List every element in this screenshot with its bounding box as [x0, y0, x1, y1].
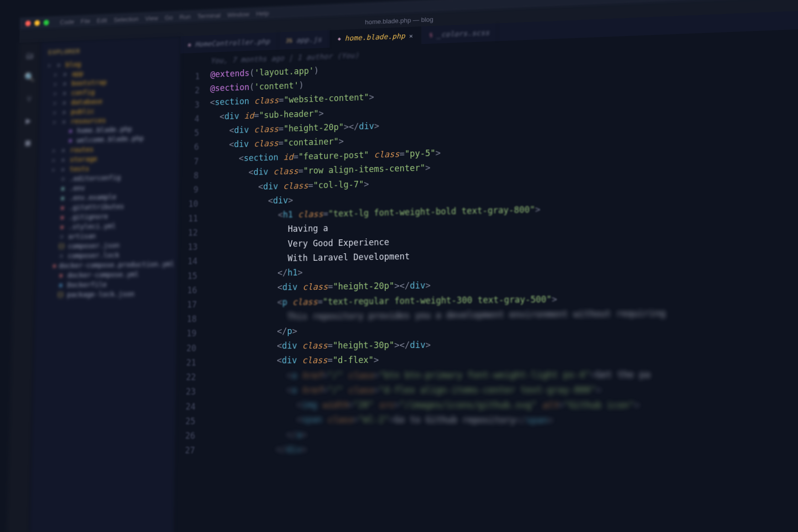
chevron-right-icon: ▸: [54, 81, 58, 87]
chevron-right-icon: ▸: [52, 157, 57, 163]
chevron-right-icon: ▸: [48, 62, 52, 68]
php-file-icon: ◆: [188, 41, 191, 48]
file-label: .env.example: [69, 193, 116, 202]
close-window-icon[interactable]: [25, 20, 31, 26]
file-label: package-lock.json: [67, 290, 135, 298]
file-label: app: [72, 70, 84, 78]
file-item[interactable]: {}package-lock.json: [39, 289, 173, 300]
menu-item[interactable]: Code: [60, 18, 74, 25]
file-tree: ▸▸blog▸▸app▸▸bootstrap▸▸config▸▸database…: [39, 55, 177, 300]
explorer-icon[interactable]: 🗂: [24, 49, 36, 61]
tab-label: app.js: [296, 35, 322, 44]
yml-file-icon: ◆: [58, 223, 66, 230]
chevron-right-icon: ▸: [52, 147, 57, 154]
chevron-right-icon: ▸: [54, 90, 58, 97]
file-label: .styleci.yml: [68, 222, 116, 230]
menu-item[interactable]: View: [145, 14, 158, 22]
menu-item[interactable]: Terminal: [198, 11, 221, 19]
code-line[interactable]: </div>: [205, 442, 798, 461]
env-file-icon: ◆: [59, 194, 66, 201]
code-line[interactable]: <a href="/" class="btn btn-primary font-…: [206, 366, 798, 383]
env-file-icon: ◆: [59, 185, 66, 192]
menu-item[interactable]: Selection: [114, 15, 139, 23]
php-file-icon: ◆: [66, 137, 74, 144]
code-content[interactable]: You, 7 months ago | 1 author (You)@exten…: [202, 32, 798, 532]
menu-item[interactable]: Run: [180, 13, 191, 20]
editor-group: ◆HomeController.phpJSapp.js◆home.blade.p…: [174, 10, 798, 532]
generic-file-icon: ▫: [58, 233, 65, 240]
chevron-right-icon: ▸: [53, 100, 58, 106]
extensions-icon[interactable]: ▦: [22, 136, 34, 148]
minimize-window-icon[interactable]: [34, 20, 40, 26]
folder-file-icon: ▸: [61, 80, 69, 87]
folder-file-icon: ▸: [60, 156, 67, 163]
file-label: storage: [70, 155, 97, 164]
search-icon[interactable]: 🔍: [23, 70, 35, 83]
file-label: artisan: [68, 232, 96, 240]
docker-file-icon: ◆: [57, 282, 64, 289]
file-label: composer.json: [68, 241, 119, 250]
js-file-icon: JS: [286, 37, 292, 44]
yml-file-icon: ◆: [57, 272, 65, 279]
tab-label: HomeController.php: [195, 37, 270, 48]
source-control-icon[interactable]: ⑂: [23, 92, 35, 105]
menu-item[interactable]: Help: [256, 9, 269, 17]
yml-file-icon: ◆: [53, 262, 56, 269]
code-line[interactable]: <img width="20" src="/images/icons/githu…: [206, 398, 798, 414]
code-line[interactable]: <a href="/" class="d-flex align-items-ce…: [206, 382, 798, 397]
generic-file-icon: ▫: [59, 176, 67, 182]
php-file-icon: ◆: [67, 127, 74, 134]
file-label: .env: [69, 184, 85, 192]
chevron-right-icon: ▸: [52, 167, 57, 173]
file-label: .gitattributes: [69, 202, 124, 211]
menu-item[interactable]: Go: [165, 13, 173, 21]
menu-item[interactable]: Edit: [97, 16, 107, 24]
file-label: resources: [71, 116, 106, 125]
folder-file-icon: ▸: [61, 99, 68, 106]
file-label: home.blade.php: [77, 125, 132, 135]
window-title-text: home.blade.php — blog: [365, 15, 433, 25]
folder-file-icon: ▸: [60, 118, 68, 125]
git-file-icon: ◆: [58, 204, 66, 211]
file-label: Dockerfile: [67, 281, 107, 289]
file-label: docker-compose.yml: [67, 270, 139, 279]
code-line[interactable]: <span class="ml-2">Go to Github reposito…: [206, 412, 798, 429]
explorer-panel: EXPLORER ▸▸blog▸▸app▸▸bootstrap▸▸config▸…: [30, 36, 181, 532]
file-label: database: [71, 97, 102, 106]
code-editor[interactable]: 1234567891011121314151617181920212223242…: [174, 29, 798, 532]
file-label: blog: [65, 60, 81, 68]
file-label: tests: [70, 165, 90, 173]
zoom-window-icon[interactable]: [43, 20, 49, 26]
json-file-icon: {}: [57, 291, 64, 298]
tab-label: _colors.scss: [437, 28, 490, 38]
file-label: .editorconfig: [69, 174, 121, 182]
editor-tab[interactable]: JSapp.js: [278, 30, 330, 50]
menu-item[interactable]: File: [81, 17, 91, 24]
folder-file-icon: ▸: [61, 90, 68, 97]
editor-window: Code File Edit Selection View Go Run Ter…: [7, 0, 798, 532]
file-label: docker-compose.production.yml: [59, 260, 175, 269]
window-controls[interactable]: [25, 20, 49, 26]
generic-file-icon: ▫: [57, 252, 65, 259]
chevron-right-icon: ▸: [53, 109, 58, 116]
tab-label: home.blade.php: [345, 32, 405, 42]
folder-file-icon: ▸: [60, 147, 67, 154]
file-label: routes: [70, 146, 93, 154]
editor-tab[interactable]: §_colors.scss: [421, 23, 498, 44]
file-label: welcome.blade.php: [77, 134, 144, 144]
folder-file-icon: ▸: [55, 61, 63, 68]
file-label: public: [71, 107, 94, 116]
file-label: bootstrap: [71, 78, 107, 87]
folder-file-icon: ▸: [59, 166, 67, 173]
folder-file-icon: ▸: [61, 109, 68, 116]
folder-file-icon: ▸: [61, 71, 69, 78]
file-label: config: [71, 88, 95, 97]
php-file-icon: ◆: [338, 35, 341, 42]
git-file-icon: ◆: [58, 214, 66, 221]
menu-item[interactable]: Window: [227, 10, 249, 18]
code-line[interactable]: <div class="d-flex">: [206, 351, 798, 368]
debug-icon[interactable]: ▶: [22, 114, 34, 126]
close-tab-icon[interactable]: ×: [409, 32, 413, 39]
scss-file-icon: §: [429, 31, 433, 38]
file-label: .gitignore: [69, 212, 108, 221]
